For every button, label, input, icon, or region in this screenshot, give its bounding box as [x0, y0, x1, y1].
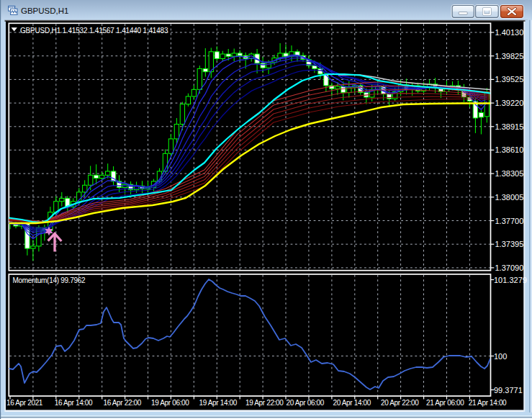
svg-text:1.39825: 1.39825: [495, 52, 524, 60]
svg-text:16 Apr 2021: 16 Apr 2021: [6, 399, 43, 407]
svg-text:GBPUSD,H1 1.41532 1.41567 1.41: GBPUSD,H1 1.41532 1.41567 1.41440 1.4148…: [20, 27, 168, 35]
svg-text:1.40130: 1.40130: [495, 28, 524, 37]
svg-text:20 Apr 22:00: 20 Apr 22:00: [381, 399, 419, 407]
svg-text:1.38005: 1.38005: [495, 193, 524, 202]
svg-text:1.37395: 1.37395: [495, 240, 524, 248]
svg-text:1.39220: 1.39220: [495, 99, 524, 107]
svg-text:1.37090: 1.37090: [495, 263, 524, 272]
svg-text:1.38610: 1.38610: [495, 145, 524, 154]
svg-text:16 Apr 22:00: 16 Apr 22:00: [104, 399, 142, 407]
svg-text:Momentum(14) 99.7962: Momentum(14) 99.7962: [13, 276, 86, 284]
svg-text:19 Apr 14:00: 19 Apr 14:00: [199, 399, 238, 407]
svg-text:1.38305: 1.38305: [495, 169, 524, 178]
svg-text:100: 100: [494, 352, 507, 361]
svg-text:1.38915: 1.38915: [495, 122, 524, 131]
svg-text:1.39525: 1.39525: [495, 75, 524, 84]
svg-text:19 Apr 06:00: 19 Apr 06:00: [151, 399, 189, 407]
svg-text:20 Apr 14:00: 20 Apr 14:00: [333, 399, 371, 407]
svg-text:19 Apr 22:00: 19 Apr 22:00: [245, 399, 284, 407]
svg-text:101.3279: 101.3279: [494, 276, 527, 284]
svg-text:16 Apr 14:00: 16 Apr 14:00: [55, 399, 93, 407]
svg-text:1.37700: 1.37700: [495, 217, 524, 225]
svg-text:21 Apr 06:00: 21 Apr 06:00: [426, 399, 464, 407]
svg-text:GBPUSD,H1: GBPUSD,H1: [21, 6, 68, 15]
svg-text:99.3771: 99.3771: [494, 386, 523, 395]
svg-text:20 Apr 06:00: 20 Apr 06:00: [287, 399, 325, 407]
svg-text:21 Apr 14:00: 21 Apr 14:00: [469, 399, 507, 407]
